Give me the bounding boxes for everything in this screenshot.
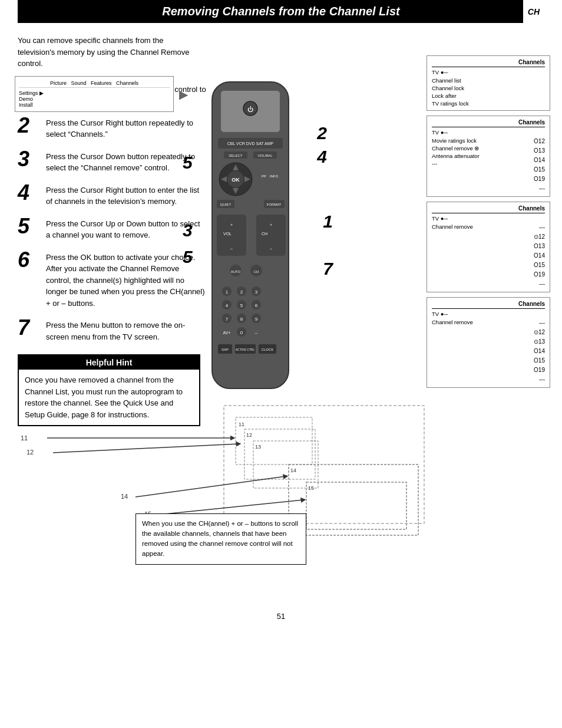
svg-text:AUTO: AUTO <box>231 270 241 274</box>
step-7: 7 Press the Menu button to remove the on… <box>18 317 206 342</box>
screen-diagram-1: Channels TV ●─ Channel list Channel lock… <box>427 55 550 111</box>
svg-text:–: – <box>270 246 272 251</box>
svg-text:8: 8 <box>240 317 243 322</box>
step-6: 6 Press the OK button to activate your c… <box>18 249 206 309</box>
screen-diagram-4: Channels TV ●─ Channel remove --- ⊙12 ⊙1… <box>427 297 550 388</box>
svg-text:6: 6 <box>255 303 258 308</box>
screen-diagram-3: Channels TV ●─ Channel remove --- ⊙12 O1… <box>427 202 550 292</box>
main-content: You can remove specific channels from th… <box>0 23 562 600</box>
step-label-5b: 5 <box>183 247 193 267</box>
svg-text:–: – <box>255 330 258 335</box>
channel-note-text: When you use the CH(annel) + or – button… <box>142 520 298 558</box>
svg-text:14: 14 <box>290 467 296 473</box>
remote-illustration: 2 4 5 3 5 1 7 ⏻ CBL VCR DVD SAT AMP SELE… <box>194 76 312 418</box>
screen3-channels: --- ⊙12 O13 O14 O15 O19 --- <box>534 223 545 289</box>
step-label-1: 1 <box>323 212 333 232</box>
step-7-text: Press the Menu button to remove the on-s… <box>46 317 206 342</box>
screen2-tv: TV ●─ <box>432 129 545 136</box>
svg-text:VOL/BAL: VOL/BAL <box>257 154 273 157</box>
step-6-number: 6 <box>18 249 41 271</box>
step-2-text: Press the Cursor Right button repeatedly… <box>46 115 206 140</box>
step-5: 5 Press the Cursor Up or Down button to … <box>18 216 206 241</box>
step-4-number: 4 <box>18 182 41 203</box>
step-7-number: 7 <box>18 317 41 338</box>
step-4: 4 Press the Cursor Right button to enter… <box>18 182 206 207</box>
svg-line-80 <box>53 444 239 453</box>
remote-svg: ⏻ CBL VCR DVD SAT AMP SELECT VOL/BAL OK … <box>194 76 306 418</box>
svg-text:VOL: VOL <box>223 232 232 236</box>
channel-note-box: When you use the CH(annel) + or – button… <box>135 513 306 565</box>
screen3-tv: TV ●─ <box>432 215 545 222</box>
screen1-row4: TV ratings lock <box>432 100 545 107</box>
svg-line-82 <box>135 476 286 497</box>
svg-text:SELECT: SELECT <box>229 154 243 157</box>
svg-text:12: 12 <box>27 449 34 456</box>
svg-text:0: 0 <box>240 330 243 335</box>
svg-line-84 <box>159 500 303 515</box>
page-header: Removing Channels from the Channel List … <box>18 0 544 23</box>
intro-text: You can remove specific channels from th… <box>18 35 200 70</box>
svg-text:CBL  VCR  DVD  SAT  AMP: CBL VCR DVD SAT AMP <box>227 141 274 146</box>
svg-rect-70 <box>244 429 315 479</box>
step-3: 3 Press the Cursor Down button repeatedl… <box>18 149 206 174</box>
screen2-menu: Movie ratings lock Channel remove ⊗ Ante… <box>432 137 480 167</box>
svg-text:–: – <box>230 246 233 251</box>
screen4-title: Channels <box>432 301 545 309</box>
svg-text:OK: OK <box>232 177 240 183</box>
ch-badge: CH <box>523 0 544 23</box>
svg-text:11: 11 <box>21 434 28 442</box>
svg-text:CH: CH <box>254 270 259 274</box>
svg-rect-76 <box>306 482 406 529</box>
svg-text:INFO: INFO <box>270 174 279 178</box>
svg-text:PP: PP <box>262 174 266 178</box>
svg-text:14: 14 <box>121 493 128 500</box>
svg-text:7: 7 <box>226 317 229 322</box>
svg-text:+: + <box>230 223 233 227</box>
svg-text:+: + <box>270 223 272 227</box>
step-label-5: 5 <box>183 153 193 173</box>
svg-text:11: 11 <box>239 421 244 427</box>
step-label-7: 7 <box>323 259 333 279</box>
svg-text:FORMAT: FORMAT <box>267 203 282 206</box>
svg-text:15: 15 <box>308 485 314 491</box>
svg-text:⏻: ⏻ <box>247 106 253 113</box>
svg-text:CLOCK: CLOCK <box>262 348 274 351</box>
svg-text:12: 12 <box>246 432 252 438</box>
svg-text:CH: CH <box>262 232 267 236</box>
step-label-2: 2 <box>317 123 327 143</box>
steps-area: 1 Press the Menu button on the remote co… <box>18 81 206 427</box>
step-3-number: 3 <box>18 149 41 170</box>
svg-text:2: 2 <box>240 289 243 295</box>
screen1-row3: Lock after <box>432 92 545 100</box>
page-number: 51 <box>0 612 562 627</box>
step-label-4: 4 <box>317 147 327 167</box>
screen4-tv: TV ●─ <box>432 311 545 317</box>
svg-text:4: 4 <box>226 303 229 308</box>
screen1-row2: Channel lock <box>432 84 545 92</box>
svg-text:1: 1 <box>226 289 229 295</box>
right-screens-area: Channels TV ●─ Channel list Channel lock… <box>427 55 550 388</box>
screen2-channels: O12 O13 O14 O15 O19 --- <box>534 137 545 193</box>
screen4-channels: --- ⊙12 ⊙13 O14 O15 O19 --- <box>534 318 545 384</box>
screen1-title: Channels <box>432 59 545 67</box>
bottom-section: When you use the CH(annel) + or – button… <box>18 400 544 588</box>
svg-text:QUIET: QUIET <box>220 203 232 206</box>
screen1-tv: TV ●─ <box>432 69 545 75</box>
helpful-hint-title: Helpful Hint <box>19 355 199 370</box>
svg-text:3: 3 <box>255 289 258 295</box>
screen3-title: Channels <box>432 205 545 213</box>
svg-rect-74 <box>289 465 418 535</box>
screen2-title: Channels <box>432 119 545 127</box>
svg-text:9: 9 <box>255 317 258 322</box>
svg-text:AV+: AV+ <box>223 331 231 335</box>
screen-diagram-2: Channels TV ●─ Movie ratings lock Channe… <box>427 116 550 197</box>
screen1-row1: Channel list <box>432 77 545 84</box>
step-2-number: 2 <box>18 115 41 136</box>
svg-text:13: 13 <box>255 444 261 450</box>
page-title: Removing Channels from the Channel List <box>162 5 399 18</box>
screen3-menu: Channel remove <box>432 223 473 230</box>
svg-text:SAP: SAP <box>222 348 229 351</box>
svg-text:ACTIVE CTRL: ACTIVE CTRL <box>236 348 255 351</box>
step-4-text: Press the Cursor Right button to enter t… <box>46 182 206 207</box>
step-5-number: 5 <box>18 216 41 237</box>
